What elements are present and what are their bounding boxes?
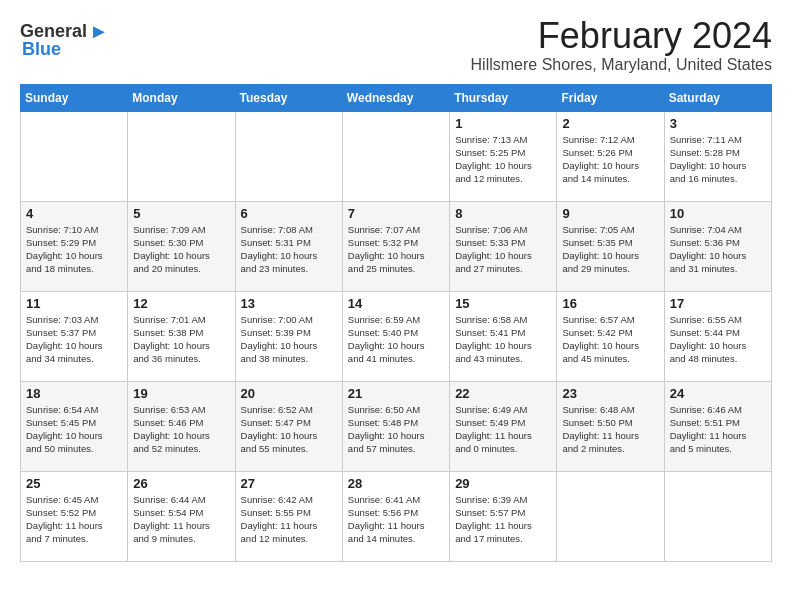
day-info: Sunrise: 6:44 AM Sunset: 5:54 PM Dayligh… (133, 493, 229, 546)
day-number: 21 (348, 386, 444, 401)
calendar-cell: 15Sunrise: 6:58 AM Sunset: 5:41 PM Dayli… (450, 291, 557, 381)
day-number: 22 (455, 386, 551, 401)
day-number: 9 (562, 206, 658, 221)
location-subtitle: Hillsmere Shores, Maryland, United State… (20, 56, 772, 74)
day-info: Sunrise: 6:53 AM Sunset: 5:46 PM Dayligh… (133, 403, 229, 456)
day-info: Sunrise: 6:39 AM Sunset: 5:57 PM Dayligh… (455, 493, 551, 546)
day-number: 20 (241, 386, 337, 401)
header-thursday: Thursday (450, 84, 557, 111)
header-tuesday: Tuesday (235, 84, 342, 111)
calendar-cell: 26Sunrise: 6:44 AM Sunset: 5:54 PM Dayli… (128, 471, 235, 561)
calendar-body: 1Sunrise: 7:13 AM Sunset: 5:25 PM Daylig… (21, 111, 772, 561)
day-info: Sunrise: 6:59 AM Sunset: 5:40 PM Dayligh… (348, 313, 444, 366)
day-number: 5 (133, 206, 229, 221)
calendar-cell: 25Sunrise: 6:45 AM Sunset: 5:52 PM Dayli… (21, 471, 128, 561)
logo: General ► Blue (20, 20, 109, 60)
calendar-cell: 7Sunrise: 7:07 AM Sunset: 5:32 PM Daylig… (342, 201, 449, 291)
calendar-cell: 16Sunrise: 6:57 AM Sunset: 5:42 PM Dayli… (557, 291, 664, 381)
day-info: Sunrise: 7:05 AM Sunset: 5:35 PM Dayligh… (562, 223, 658, 276)
day-info: Sunrise: 7:12 AM Sunset: 5:26 PM Dayligh… (562, 133, 658, 186)
day-number: 24 (670, 386, 766, 401)
header-wednesday: Wednesday (342, 84, 449, 111)
calendar-cell: 10Sunrise: 7:04 AM Sunset: 5:36 PM Dayli… (664, 201, 771, 291)
calendar-week-row: 25Sunrise: 6:45 AM Sunset: 5:52 PM Dayli… (21, 471, 772, 561)
calendar-cell: 18Sunrise: 6:54 AM Sunset: 5:45 PM Dayli… (21, 381, 128, 471)
logo-arrow-icon: ► (89, 20, 109, 43)
calendar-cell: 9Sunrise: 7:05 AM Sunset: 5:35 PM Daylig… (557, 201, 664, 291)
calendar-week-row: 4Sunrise: 7:10 AM Sunset: 5:29 PM Daylig… (21, 201, 772, 291)
calendar-cell: 12Sunrise: 7:01 AM Sunset: 5:38 PM Dayli… (128, 291, 235, 381)
day-info: Sunrise: 7:00 AM Sunset: 5:39 PM Dayligh… (241, 313, 337, 366)
day-info: Sunrise: 7:10 AM Sunset: 5:29 PM Dayligh… (26, 223, 122, 276)
header-sunday: Sunday (21, 84, 128, 111)
calendar-cell: 11Sunrise: 7:03 AM Sunset: 5:37 PM Dayli… (21, 291, 128, 381)
calendar-cell: 20Sunrise: 6:52 AM Sunset: 5:47 PM Dayli… (235, 381, 342, 471)
calendar-cell (128, 111, 235, 201)
header-saturday: Saturday (664, 84, 771, 111)
day-info: Sunrise: 6:50 AM Sunset: 5:48 PM Dayligh… (348, 403, 444, 456)
day-info: Sunrise: 6:41 AM Sunset: 5:56 PM Dayligh… (348, 493, 444, 546)
day-number: 23 (562, 386, 658, 401)
header-friday: Friday (557, 84, 664, 111)
day-number: 1 (455, 116, 551, 131)
calendar-week-row: 1Sunrise: 7:13 AM Sunset: 5:25 PM Daylig… (21, 111, 772, 201)
day-info: Sunrise: 6:49 AM Sunset: 5:49 PM Dayligh… (455, 403, 551, 456)
day-info: Sunrise: 6:57 AM Sunset: 5:42 PM Dayligh… (562, 313, 658, 366)
day-number: 29 (455, 476, 551, 491)
header-monday: Monday (128, 84, 235, 111)
calendar-cell: 17Sunrise: 6:55 AM Sunset: 5:44 PM Dayli… (664, 291, 771, 381)
day-info: Sunrise: 7:08 AM Sunset: 5:31 PM Dayligh… (241, 223, 337, 276)
day-info: Sunrise: 6:52 AM Sunset: 5:47 PM Dayligh… (241, 403, 337, 456)
day-info: Sunrise: 6:45 AM Sunset: 5:52 PM Dayligh… (26, 493, 122, 546)
day-info: Sunrise: 6:46 AM Sunset: 5:51 PM Dayligh… (670, 403, 766, 456)
calendar-cell: 8Sunrise: 7:06 AM Sunset: 5:33 PM Daylig… (450, 201, 557, 291)
day-number: 8 (455, 206, 551, 221)
day-number: 6 (241, 206, 337, 221)
day-info: Sunrise: 7:09 AM Sunset: 5:30 PM Dayligh… (133, 223, 229, 276)
day-number: 11 (26, 296, 122, 311)
calendar-cell: 6Sunrise: 7:08 AM Sunset: 5:31 PM Daylig… (235, 201, 342, 291)
day-number: 13 (241, 296, 337, 311)
day-info: Sunrise: 6:55 AM Sunset: 5:44 PM Dayligh… (670, 313, 766, 366)
calendar-header: Sunday Monday Tuesday Wednesday Thursday… (21, 84, 772, 111)
weekday-header-row: Sunday Monday Tuesday Wednesday Thursday… (21, 84, 772, 111)
calendar-cell: 1Sunrise: 7:13 AM Sunset: 5:25 PM Daylig… (450, 111, 557, 201)
day-number: 28 (348, 476, 444, 491)
day-number: 3 (670, 116, 766, 131)
calendar-cell: 24Sunrise: 6:46 AM Sunset: 5:51 PM Dayli… (664, 381, 771, 471)
day-number: 12 (133, 296, 229, 311)
day-info: Sunrise: 7:03 AM Sunset: 5:37 PM Dayligh… (26, 313, 122, 366)
calendar-cell: 13Sunrise: 7:00 AM Sunset: 5:39 PM Dayli… (235, 291, 342, 381)
calendar-cell: 4Sunrise: 7:10 AM Sunset: 5:29 PM Daylig… (21, 201, 128, 291)
day-info: Sunrise: 6:42 AM Sunset: 5:55 PM Dayligh… (241, 493, 337, 546)
day-info: Sunrise: 6:48 AM Sunset: 5:50 PM Dayligh… (562, 403, 658, 456)
day-number: 19 (133, 386, 229, 401)
calendar-cell: 19Sunrise: 6:53 AM Sunset: 5:46 PM Dayli… (128, 381, 235, 471)
day-info: Sunrise: 7:13 AM Sunset: 5:25 PM Dayligh… (455, 133, 551, 186)
calendar-cell: 21Sunrise: 6:50 AM Sunset: 5:48 PM Dayli… (342, 381, 449, 471)
calendar-cell (342, 111, 449, 201)
calendar-cell: 27Sunrise: 6:42 AM Sunset: 5:55 PM Dayli… (235, 471, 342, 561)
calendar-cell (235, 111, 342, 201)
month-year-title: February 2024 (20, 16, 772, 56)
day-number: 16 (562, 296, 658, 311)
day-number: 2 (562, 116, 658, 131)
calendar-week-row: 18Sunrise: 6:54 AM Sunset: 5:45 PM Dayli… (21, 381, 772, 471)
day-number: 17 (670, 296, 766, 311)
logo-blue-text: Blue (22, 39, 61, 60)
day-number: 10 (670, 206, 766, 221)
day-info: Sunrise: 7:07 AM Sunset: 5:32 PM Dayligh… (348, 223, 444, 276)
title-section: February 2024 Hillsmere Shores, Maryland… (20, 16, 772, 74)
day-info: Sunrise: 7:11 AM Sunset: 5:28 PM Dayligh… (670, 133, 766, 186)
calendar-week-row: 11Sunrise: 7:03 AM Sunset: 5:37 PM Dayli… (21, 291, 772, 381)
calendar-cell: 29Sunrise: 6:39 AM Sunset: 5:57 PM Dayli… (450, 471, 557, 561)
day-number: 7 (348, 206, 444, 221)
day-info: Sunrise: 6:54 AM Sunset: 5:45 PM Dayligh… (26, 403, 122, 456)
calendar-cell (664, 471, 771, 561)
day-number: 27 (241, 476, 337, 491)
day-info: Sunrise: 6:58 AM Sunset: 5:41 PM Dayligh… (455, 313, 551, 366)
day-number: 15 (455, 296, 551, 311)
calendar-cell: 22Sunrise: 6:49 AM Sunset: 5:49 PM Dayli… (450, 381, 557, 471)
calendar-cell: 5Sunrise: 7:09 AM Sunset: 5:30 PM Daylig… (128, 201, 235, 291)
page-header: General ► Blue February 2024 Hillsmere S… (20, 16, 772, 84)
